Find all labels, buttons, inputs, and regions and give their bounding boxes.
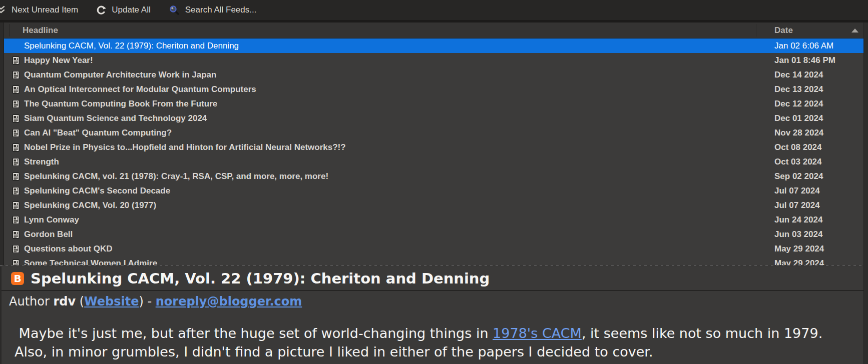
- date-cell: Jul 07 2024: [774, 200, 820, 210]
- headline-cell: Strength: [24, 157, 59, 167]
- toolbar-label: Update All: [112, 5, 151, 15]
- column-separator: [10, 24, 10, 36]
- item-row[interactable]: The Quantum Computing Book From the Futu…: [4, 96, 864, 111]
- item-row[interactable]: Quantum Computer Architecture Work in Ja…: [4, 68, 864, 82]
- date-cell: Dec 13 2024: [774, 84, 823, 94]
- article-header: B Spelunking CACM, Vol. 22 (1979): Cheri…: [2, 266, 868, 291]
- item-row[interactable]: Siam Quantum Science and Technology 2024…: [4, 111, 864, 126]
- unread-article-icon: [12, 244, 20, 253]
- column-separator: [756, 24, 756, 36]
- cacm-1978-link[interactable]: 1978's CACM: [493, 326, 582, 341]
- next-unread-icon: [0, 4, 7, 16]
- date-cell: Jun 24 2024: [774, 215, 822, 225]
- item-row[interactable]: Questions about QKD May 29 2024: [4, 242, 864, 256]
- date-cell: May 29 2024: [774, 258, 824, 266]
- date-cell: Dec 14 2024: [774, 70, 823, 80]
- unread-article-icon: [12, 85, 20, 94]
- headline-column-header[interactable]: Headline: [23, 26, 58, 36]
- headline-cell: The Quantum Computing Book From the Futu…: [24, 99, 217, 109]
- item-row[interactable]: Happy New Year! Jan 01 8:46 PM: [4, 53, 864, 68]
- paren-close: ) -: [139, 294, 155, 308]
- headline-cell: Can AI "Beat" Quantum Computing?: [24, 128, 172, 138]
- item-list-pane: Headline Date Spelunking CACM, Vol. 22 (…: [0, 22, 868, 265]
- blogger-icon: B: [11, 272, 24, 285]
- date-cell: Jan 02 6:06 AM: [774, 41, 833, 51]
- date-cell: May 29 2024: [774, 244, 824, 254]
- date-cell: Jan 01 8:46 PM: [774, 56, 835, 66]
- unread-article-icon: [12, 56, 20, 64]
- item-row[interactable]: Some Technical Women I Admire May 29 202…: [4, 256, 864, 265]
- headline-cell: Nobel Prize in Physics to...Hopfield and…: [24, 142, 346, 152]
- body-text-before: Maybe it's just me, but after the huge s…: [15, 326, 493, 341]
- item-row[interactable]: Gordon Bell Jun 03 2024: [4, 227, 864, 242]
- headline-cell: An Optical Interconnect for Modular Quan…: [24, 84, 256, 94]
- toolbar: Next Unread Item Update All Search All: [0, 0, 868, 22]
- headline-cell: Lynn Conway: [24, 215, 79, 225]
- headline-cell: Siam Quantum Science and Technology 2024: [24, 114, 207, 124]
- unread-article-icon: [12, 128, 20, 137]
- headline-cell: Spelunking CACM's Second Decade: [24, 186, 170, 196]
- item-row[interactable]: Spelunking CACM, Vol. 20 (1977) Jul 07 2…: [4, 198, 864, 212]
- author-email-link[interactable]: noreply@blogger.com: [156, 294, 302, 308]
- unread-article-icon: [12, 114, 20, 122]
- date-cell: Oct 08 2024: [774, 142, 822, 152]
- item-row[interactable]: Nobel Prize in Physics to...Hopfield and…: [4, 140, 864, 154]
- search-all-feeds-button[interactable]: Search All Feeds...: [162, 0, 263, 20]
- toolbar-label: Next Unread Item: [12, 5, 78, 15]
- toolbar-label: Search All Feeds...: [185, 5, 257, 15]
- item-row[interactable]: Strength Oct 03 2024: [4, 154, 864, 169]
- headline-cell: Spelunking CACM, vol. 21 (1978): Cray-1,…: [24, 172, 328, 182]
- item-list-header: Headline Date: [0, 22, 868, 38]
- paren-open: (: [76, 294, 84, 308]
- date-cell: Dec 01 2024: [774, 114, 823, 124]
- vertical-scrollbar[interactable]: [863, 22, 868, 364]
- sort-ascending-icon: [851, 28, 858, 32]
- item-row[interactable]: Spelunking CACM's Second Decade Jul 07 2…: [4, 184, 864, 198]
- item-row[interactable]: Spelunking CACM, vol. 21 (1978): Cray-1,…: [4, 169, 864, 184]
- date-column-header[interactable]: Date: [774, 26, 793, 36]
- unread-article-icon: [12, 259, 20, 265]
- unread-article-icon: [12, 158, 20, 166]
- headline-cell: Spelunking CACM, Vol. 22 (1979): Cherito…: [24, 41, 239, 51]
- headline-cell: Quantum Computer Architecture Work in Ja…: [24, 70, 216, 80]
- date-cell: Sep 02 2024: [774, 172, 823, 182]
- article-title: Spelunking CACM, Vol. 22 (1979): Cherito…: [31, 270, 490, 287]
- unread-article-icon: [12, 230, 20, 238]
- unread-article-icon: [12, 172, 20, 180]
- headline-cell: Spelunking CACM, Vol. 20 (1977): [24, 200, 156, 210]
- unread-article-icon: [12, 70, 20, 79]
- author-name: rdv: [53, 294, 76, 308]
- article-pane: B Spelunking CACM, Vol. 22 (1979): Cheri…: [0, 266, 868, 364]
- unread-article-icon: [12, 143, 20, 152]
- item-row[interactable]: An Optical Interconnect for Modular Quan…: [4, 82, 864, 96]
- list-left-edge: [0, 22, 4, 265]
- article-body: Maybe it's just me, but after the huge s…: [2, 324, 825, 361]
- date-cell: Dec 12 2024: [774, 99, 823, 109]
- date-cell: Jun 03 2024: [774, 230, 822, 240]
- next-unread-item-button[interactable]: Next Unread Item: [0, 0, 85, 20]
- headline-cell: Happy New Year!: [24, 56, 93, 66]
- website-link[interactable]: Website: [84, 294, 139, 308]
- unread-article-icon: [12, 100, 20, 108]
- item-list-rows: Spelunking CACM, Vol. 22 (1979): Cherito…: [4, 38, 864, 265]
- headline-cell: Some Technical Women I Admire: [24, 258, 157, 266]
- item-row[interactable]: Spelunking CACM, Vol. 22 (1979): Cherito…: [4, 38, 864, 53]
- refresh-icon: [96, 5, 107, 16]
- unread-article-icon: [12, 216, 20, 224]
- toolbar-inner: Next Unread Item Update All Search All: [0, 0, 868, 20]
- search-icon: [169, 4, 180, 16]
- unread-article-icon: [12, 201, 20, 210]
- date-cell: Jul 07 2024: [774, 186, 820, 196]
- headline-cell: Gordon Bell: [24, 230, 73, 240]
- unread-article-icon: [12, 186, 20, 195]
- headline-cell: Questions about QKD: [24, 244, 113, 254]
- author-line: Author rdv (Website) - noreply@blogger.c…: [2, 291, 868, 308]
- date-cell: Nov 28 2024: [774, 128, 823, 138]
- date-cell: Oct 03 2024: [774, 157, 822, 167]
- author-prefix: Author: [9, 294, 53, 308]
- pane-splitter-handle[interactable]: [0, 265, 868, 266]
- update-all-button[interactable]: Update All: [90, 0, 157, 20]
- item-row[interactable]: Can AI "Beat" Quantum Computing? Nov 28 …: [4, 126, 864, 140]
- item-row[interactable]: Lynn Conway Jun 24 2024: [4, 212, 864, 227]
